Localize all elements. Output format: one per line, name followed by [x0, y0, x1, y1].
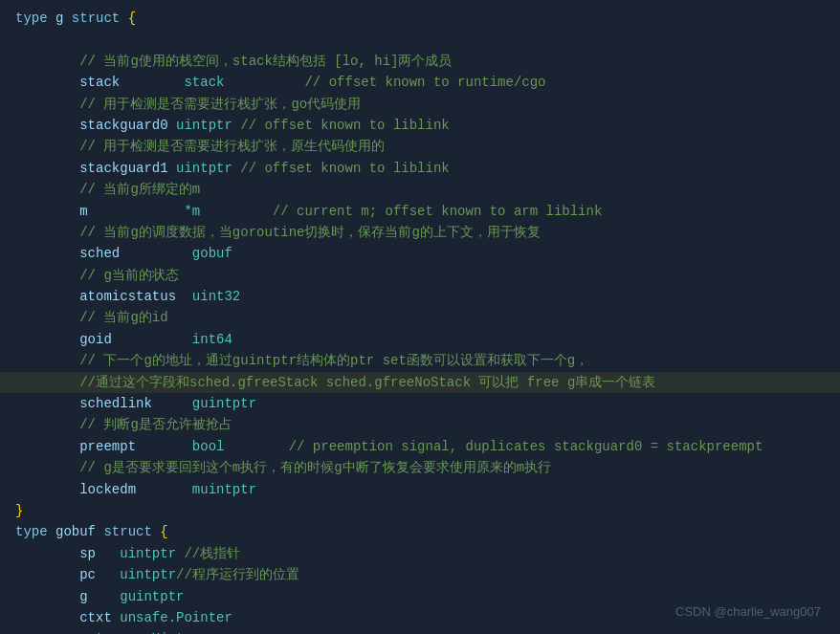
- code-line: //通过这个字段和sched.gfreeStack sched.gfreeNoS…: [0, 372, 840, 393]
- code-segment: //栈指针: [176, 546, 240, 561]
- code-segment: schedlink: [15, 396, 192, 411]
- code-segment: // preemption signal, duplicates stackgu…: [224, 439, 763, 454]
- code-line: sched gobuf: [0, 243, 840, 264]
- code-line: stack stack // offset known to runtime/c…: [0, 72, 840, 93]
- code-line: // 判断g是否允许被抢占: [0, 414, 840, 435]
- code-line: stackguard0 uintptr // offset known to l…: [0, 115, 840, 136]
- code-segment: bool: [192, 439, 225, 454]
- code-line: [0, 29, 840, 50]
- code-line: lockedm muintptr: [0, 479, 840, 500]
- code-segment: // g是否要求要回到这个m执行，有的时候g中断了恢复会要求使用原来的m执行: [15, 460, 551, 475]
- code-line: // g当前的状态: [0, 265, 840, 286]
- code-line: }: [0, 500, 840, 521]
- code-line: // 用于检测是否需要进行栈扩张，原生代码使用的: [0, 136, 840, 157]
- code-segment: type: [15, 524, 55, 539]
- code-segment: // offset known to runtime/cgo: [224, 75, 545, 90]
- code-line: type g struct {: [0, 8, 840, 29]
- code-line: m *m // current m; offset known to arm l…: [0, 201, 840, 222]
- code-segment: muintptr: [192, 482, 256, 497]
- code-segment: g: [15, 589, 120, 604]
- code-line: // g是否要求要回到这个m执行，有的时候g中断了恢复会要求使用原来的m执行: [0, 457, 840, 478]
- code-line: stackguard1 uintptr // offset known to l…: [0, 158, 840, 179]
- code-line: // 用于检测是否需要进行栈扩张，go代码使用: [0, 94, 840, 115]
- code-segment: struct: [96, 524, 160, 539]
- code-segment: lockedm: [15, 482, 192, 497]
- code-segment: // 判断g是否允许被抢占: [15, 417, 232, 432]
- code-segment: stackguard1: [15, 161, 176, 176]
- code-segment: sched: [15, 246, 192, 261]
- code-segment: // offset known to liblink: [232, 161, 450, 176]
- code-segment: // 当前g的调度数据，当goroutine切换时，保存当前g的上下文，用于恢复: [15, 225, 541, 240]
- code-line: // 下一个g的地址，通过guintptr结构体的ptr set函数可以设置和获…: [0, 350, 840, 371]
- code-segment: *m: [184, 204, 200, 219]
- code-segment: guintptr: [192, 396, 256, 411]
- code-segment: goid: [15, 332, 192, 347]
- code-segment: // 当前g使用的栈空间，stack结构包括 [lo, hi]两个成员: [15, 54, 452, 69]
- code-segment: {: [160, 524, 167, 539]
- code-segment: // 当前g所绑定的m: [15, 182, 200, 197]
- code-line: pc uintptr//程序运行到的位置: [0, 564, 840, 585]
- code-segment: gobuf: [192, 246, 232, 261]
- code-segment: {: [128, 11, 136, 26]
- code-segment: atomicstatus: [15, 289, 192, 304]
- code-segment: gobuf: [55, 524, 96, 539]
- code-line: sp uintptr //栈指针: [0, 543, 840, 564]
- code-segment: uintptr: [176, 118, 232, 133]
- watermark-text: CSDN @charlie_wang007: [675, 602, 821, 623]
- code-segment: }: [15, 503, 23, 518]
- code-segment: // g当前的状态: [15, 268, 179, 283]
- code-line: ret sys.Uintreg: [0, 628, 840, 634]
- code-line: preempt bool // preemption signal, dupli…: [0, 436, 840, 457]
- code-segment: guintptr: [120, 589, 184, 604]
- code-line: // 当前g使用的栈空间，stack结构包括 [lo, hi]两个成员: [0, 51, 840, 72]
- code-editor: type g struct { // 当前g使用的栈空间，stack结构包括 […: [0, 0, 840, 634]
- code-segment: // current m; offset known to arm liblin…: [200, 204, 602, 219]
- code-segment: uintptr: [120, 567, 176, 582]
- code-segment: // offset known to liblink: [232, 118, 450, 133]
- code-segment: type: [15, 11, 55, 26]
- code-segment: uint32: [192, 289, 240, 304]
- code-segment: sp: [15, 546, 120, 561]
- code-segment: stack: [15, 75, 184, 90]
- code-segment: // 用于检测是否需要进行栈扩张，原生代码使用的: [15, 139, 385, 154]
- code-line: schedlink guintptr: [0, 393, 840, 414]
- code-line: // 当前g的id: [0, 307, 840, 328]
- code-segment: pc: [15, 567, 120, 582]
- code-segment: struct: [63, 11, 127, 26]
- code-segment: uintptr: [120, 546, 176, 561]
- code-segment: // 当前g的id: [15, 310, 168, 325]
- code-line: type gobuf struct {: [0, 521, 840, 542]
- code-segment: uintptr: [176, 161, 232, 176]
- code-segment: stack: [184, 75, 224, 90]
- code-segment: // 用于检测是否需要进行栈扩张，go代码使用: [15, 97, 361, 112]
- code-segment: // 下一个g的地址，通过guintptr结构体的ptr set函数可以设置和获…: [15, 353, 588, 368]
- code-segment: preempt: [15, 439, 192, 454]
- code-segment: m: [15, 204, 184, 219]
- code-segment: //程序运行到的位置: [176, 567, 299, 582]
- code-segment: unsafe.Pointer: [120, 610, 232, 625]
- code-segment: ctxt: [15, 610, 120, 625]
- code-line: goid int64: [0, 329, 840, 350]
- code-segment: //通过这个字段和sched.gfreeStack sched.gfreeNoS…: [15, 375, 655, 390]
- code-segment: stackguard0: [15, 118, 176, 133]
- code-line: // 当前g所绑定的m: [0, 179, 840, 200]
- code-line: atomicstatus uint32: [0, 286, 840, 307]
- code-segment: int64: [192, 332, 232, 347]
- code-line: // 当前g的调度数据，当goroutine切换时，保存当前g的上下文，用于恢复: [0, 222, 840, 243]
